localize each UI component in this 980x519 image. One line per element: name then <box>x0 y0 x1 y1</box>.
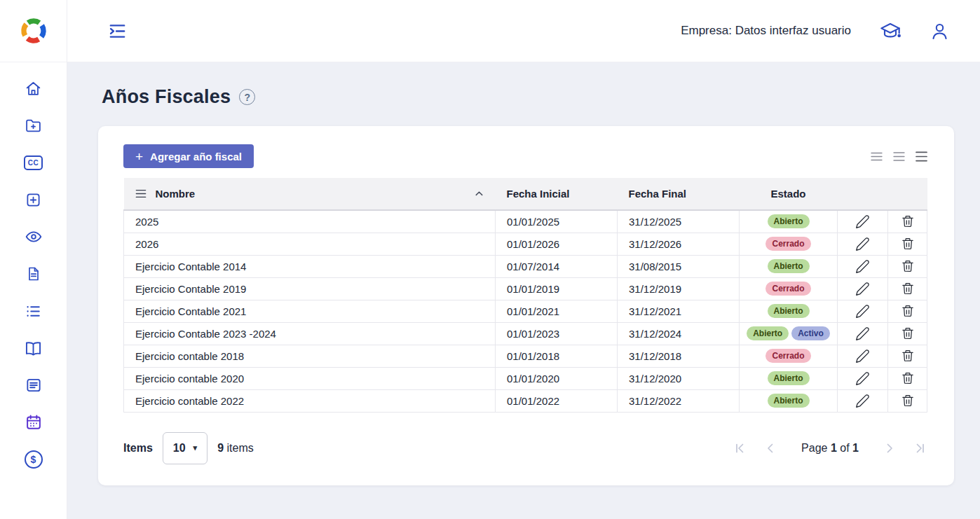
items-count-number: 9 <box>217 442 224 454</box>
delete-button[interactable] <box>901 349 915 363</box>
chevron-left-icon <box>764 442 777 455</box>
sidebar-item-list[interactable] <box>23 302 44 320</box>
sidebar-toggle-button[interactable] <box>107 21 128 41</box>
trash-icon <box>901 371 915 385</box>
cell-nombre: Ejercicio Contable 2014 <box>124 255 496 277</box>
pencil-icon <box>855 214 870 229</box>
column-header-estado[interactable]: Estado <box>740 178 838 210</box>
sidebar-item-currency[interactable]: $ <box>23 450 44 469</box>
cell-fecha-final: 31/12/2022 <box>618 389 740 412</box>
first-page-button[interactable] <box>733 442 745 455</box>
cell-estado: Abierto <box>740 255 838 277</box>
next-page-button[interactable] <box>883 442 896 455</box>
status-badge: Abierto <box>768 371 810 385</box>
cell-delete <box>888 345 927 367</box>
edit-button[interactable] <box>855 304 870 319</box>
fiscal-years-table: Nombre Fecha Inicial Fecha Final Estado <box>123 178 927 413</box>
delete-button[interactable] <box>901 237 915 251</box>
trash-icon <box>901 259 915 273</box>
pencil-icon <box>855 259 870 274</box>
drag-handle-icon[interactable] <box>135 189 147 198</box>
cell-estado: Abierto <box>740 210 838 233</box>
caret-down-icon: ▾ <box>193 443 198 452</box>
card-toolbar: + Agregar año fiscal <box>123 144 927 168</box>
footer-left: Items 10 ▾ 9 items <box>123 432 254 464</box>
status-badge: Abierto <box>768 259 810 273</box>
sort-ascending-icon[interactable] <box>474 188 484 199</box>
cell-delete <box>888 277 927 300</box>
main-content: Años Fiscales ? + Agregar año fiscal <box>67 62 980 519</box>
app-logo[interactable] <box>0 0 67 62</box>
bulleted-list-icon <box>25 303 42 320</box>
column-header-fecha-inicial[interactable]: Fecha Inicial <box>496 178 618 210</box>
edit-button[interactable] <box>855 282 870 296</box>
page-word: Page <box>801 442 827 454</box>
delete-button[interactable] <box>901 371 915 385</box>
cell-edit <box>838 255 888 277</box>
page-size-value: 10 <box>173 442 186 455</box>
current-page-number: 1 <box>831 442 837 454</box>
sidebar-item-journal[interactable] <box>23 376 44 394</box>
delete-button[interactable] <box>901 282 915 296</box>
user-menu-button[interactable] <box>930 21 950 41</box>
sidebar-item-documents[interactable] <box>23 265 44 283</box>
edit-button[interactable] <box>855 237 870 251</box>
column-header-nombre[interactable]: Nombre <box>124 178 496 210</box>
trash-icon <box>901 237 915 251</box>
sidebar-item-cost-centers[interactable]: CC <box>23 153 44 172</box>
cell-fecha-inicial: 01/01/2023 <box>496 322 618 345</box>
help-button[interactable]: ? <box>239 89 255 105</box>
column-header-fecha-final[interactable]: Fecha Final <box>618 178 740 210</box>
graduation-cap-icon <box>879 20 901 42</box>
edit-button[interactable] <box>855 349 870 364</box>
last-page-button[interactable] <box>915 442 927 455</box>
cell-estado: Abierto <box>740 300 838 322</box>
help-icon: ? <box>244 92 250 103</box>
sidebar-item-ledger[interactable] <box>23 339 44 357</box>
delete-button[interactable] <box>901 214 915 228</box>
row-height-large-icon[interactable] <box>916 151 927 162</box>
cell-delete <box>888 300 927 322</box>
edit-button[interactable] <box>855 259 870 274</box>
add-fiscal-year-button[interactable]: + Agregar año fiscal <box>123 144 254 168</box>
cell-fecha-final: 31/12/2026 <box>618 233 740 255</box>
pencil-icon <box>855 394 870 408</box>
cell-edit <box>838 345 888 367</box>
delete-button[interactable] <box>901 394 915 408</box>
row-height-medium-icon[interactable] <box>893 152 905 161</box>
cell-edit <box>838 367 888 389</box>
edit-button[interactable] <box>855 394 870 408</box>
edit-button[interactable] <box>855 371 870 386</box>
topbar: Empresa: Datos interfaz usuario <box>67 0 980 62</box>
cell-fecha-final: 31/12/2025 <box>618 210 740 233</box>
edit-button[interactable] <box>855 326 870 341</box>
cell-fecha-final: 31/12/2024 <box>618 322 740 345</box>
sidebar-item-add[interactable] <box>23 191 44 209</box>
row-density-group <box>871 151 927 162</box>
column-header-edit <box>838 178 888 210</box>
table-row: Ejercicio contable 2020 01/01/2020 31/12… <box>124 367 927 389</box>
sidebar-item-view[interactable] <box>23 228 44 246</box>
company-label: Empresa: Datos interfaz usuario <box>681 24 851 38</box>
cell-delete <box>888 389 927 412</box>
home-icon <box>25 80 42 97</box>
education-button[interactable] <box>879 20 901 42</box>
cell-fecha-final: 31/08/2015 <box>618 255 740 277</box>
edit-button[interactable] <box>855 214 870 229</box>
cell-estado: Abierto <box>740 367 838 389</box>
delete-button[interactable] <box>901 259 915 273</box>
sidebar-item-new-folder[interactable] <box>23 116 44 134</box>
of-word: of <box>840 442 849 454</box>
sidebar-item-fiscal-years[interactable] <box>23 413 44 431</box>
previous-page-button[interactable] <box>764 442 777 455</box>
cell-fecha-inicial: 01/01/2020 <box>496 367 618 389</box>
delete-button[interactable] <box>901 326 915 340</box>
cell-delete <box>888 233 927 255</box>
status-badge: Abierto <box>747 326 789 340</box>
sidebar-item-home[interactable] <box>23 79 44 97</box>
table-row: Ejercicio Contable 2014 01/07/2014 31/08… <box>124 255 927 277</box>
row-height-small-icon[interactable] <box>871 152 883 161</box>
topbar-right: Empresa: Datos interfaz usuario <box>681 20 950 42</box>
page-size-dropdown[interactable]: 10 ▾ <box>163 432 207 464</box>
delete-button[interactable] <box>901 304 915 318</box>
